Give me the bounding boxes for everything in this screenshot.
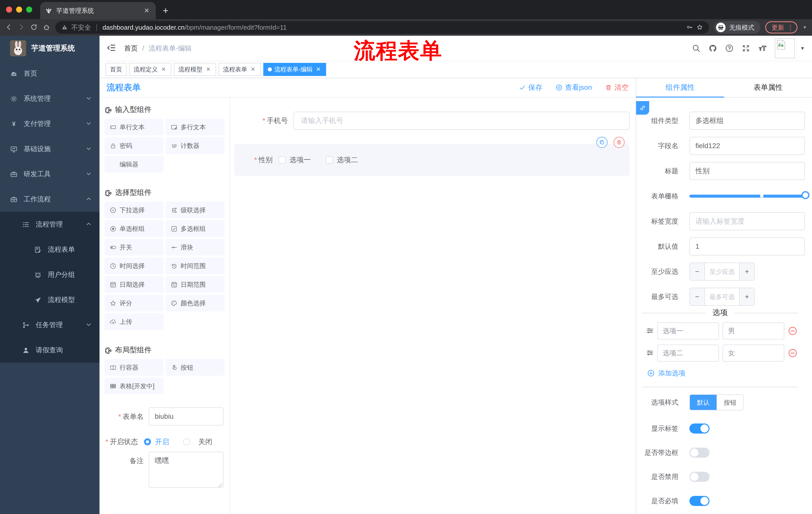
- collapse-sidebar-icon[interactable]: [107, 43, 116, 54]
- maximize-window-button[interactable]: [26, 6, 32, 12]
- help-icon[interactable]: [725, 44, 734, 53]
- back-icon[interactable]: [5, 23, 12, 31]
- close-tag-icon[interactable]: ✕: [205, 66, 211, 73]
- close-tag-icon[interactable]: ✕: [250, 66, 256, 73]
- stepper-minus-button[interactable]: −: [690, 263, 705, 280]
- gender-checkbox-option2[interactable]: 选项二: [326, 155, 358, 165]
- update-button[interactable]: 更新 ⋮: [765, 21, 798, 33]
- style-option-button[interactable]: 默认: [690, 395, 717, 410]
- component-tile[interactable]: 日期范围: [166, 276, 225, 293]
- component-tile[interactable]: 行容器: [105, 359, 164, 376]
- drag-handle-icon[interactable]: [646, 327, 654, 335]
- component-tile[interactable]: 日期选择: [105, 276, 164, 293]
- component-tile[interactable]: 单行文本: [105, 119, 164, 135]
- prop-input[interactable]: [689, 137, 805, 155]
- prop-input[interactable]: [689, 237, 805, 255]
- font-size-icon[interactable]: TT: [758, 44, 767, 53]
- toggle-switch[interactable]: [689, 448, 709, 458]
- sidebar-item[interactable]: 流程表单: [0, 237, 99, 262]
- stepper-plus-button[interactable]: +: [739, 288, 754, 305]
- close-window-button[interactable]: [6, 6, 12, 12]
- sidebar-item[interactable]: 研发工具: [0, 161, 99, 187]
- copy-component-button[interactable]: [597, 137, 608, 148]
- style-option-button[interactable]: 按钮: [717, 395, 743, 410]
- tab-form-props[interactable]: 表单属性: [724, 78, 812, 97]
- sidebar-item[interactable]: 流程模型: [0, 287, 99, 312]
- toolbar-caret-icon[interactable]: ▼: [803, 25, 807, 30]
- component-tile[interactable]: 上传: [105, 313, 164, 330]
- sidebar-item[interactable]: 首页: [0, 61, 99, 86]
- sidebar-item[interactable]: 基础设施: [0, 136, 99, 161]
- tags-view-item[interactable]: 流程定义✕: [129, 63, 171, 76]
- component-tile[interactable]: 级联选择: [166, 202, 225, 218]
- component-tile[interactable]: 单选框组: [105, 220, 164, 237]
- remove-option-icon[interactable]: [788, 348, 798, 358]
- status-on-label[interactable]: 开启: [155, 437, 169, 447]
- close-tab-icon[interactable]: ✕: [143, 7, 151, 15]
- gender-checkbox-option1[interactable]: 选项一: [279, 155, 311, 165]
- remove-option-icon[interactable]: [788, 326, 798, 336]
- github-icon[interactable]: [708, 44, 717, 53]
- sidebar-item[interactable]: ¥支付管理: [0, 111, 99, 136]
- option-value-input[interactable]: [723, 345, 784, 361]
- tags-view-item[interactable]: 流程模型✕: [174, 63, 216, 76]
- component-tile[interactable]: 滑块: [166, 239, 225, 255]
- component-tile[interactable]: 多行文本: [166, 119, 225, 135]
- sidebar-logo[interactable]: 芋道管理系统: [0, 36, 99, 61]
- browser-menu-icon[interactable]: ⋮: [787, 24, 794, 31]
- minimize-window-button[interactable]: [16, 6, 22, 12]
- stepper-minus-button[interactable]: −: [690, 288, 705, 305]
- bookmark-star-icon[interactable]: [696, 24, 703, 31]
- component-tile[interactable]: 评分: [105, 295, 164, 311]
- avatar[interactable]: [775, 38, 795, 58]
- url-text[interactable]: dashboard.yudao.iocoder.cn/bpm/manager/f…: [103, 24, 287, 31]
- fullscreen-icon[interactable]: [742, 44, 750, 53]
- tags-view-item[interactable]: 流程表单-编辑✕: [263, 63, 326, 76]
- avatar-dropdown-icon[interactable]: ▼: [800, 46, 805, 51]
- component-type-select[interactable]: 多选框组: [689, 112, 805, 130]
- security-label[interactable]: 不安全: [71, 23, 91, 32]
- option-label-input[interactable]: [657, 322, 719, 340]
- tab-component-props[interactable]: 组件属性: [636, 78, 724, 97]
- component-tile[interactable]: 按钮: [166, 359, 225, 376]
- component-tile[interactable]: 密码: [105, 137, 164, 154]
- radio-off-icon[interactable]: [183, 438, 190, 445]
- tags-view-item[interactable]: 流程表单✕: [219, 63, 261, 76]
- component-tile[interactable]: 123计数器: [166, 137, 225, 154]
- browser-tab[interactable]: 芋道管理系统 ✕: [40, 2, 156, 19]
- delete-component-button[interactable]: [613, 137, 625, 148]
- save-button[interactable]: 保存: [519, 83, 543, 92]
- toggle-switch[interactable]: [689, 472, 709, 482]
- link-icon[interactable]: [636, 101, 649, 115]
- prop-input[interactable]: [689, 212, 805, 231]
- checkbox-icon[interactable]: [326, 156, 333, 163]
- component-tile[interactable]: 颜色选择: [166, 295, 225, 311]
- selected-gender-component[interactable]: *性别 选项一 选项二: [234, 144, 630, 176]
- drag-handle-icon[interactable]: [646, 349, 654, 357]
- component-tile[interactable]: 时间范围: [166, 258, 225, 274]
- sidebar-item[interactable]: 系统管理: [0, 86, 99, 111]
- reload-icon[interactable]: [30, 23, 38, 31]
- slider-handle[interactable]: [802, 191, 810, 199]
- clear-button[interactable]: 清空: [605, 83, 629, 92]
- component-tile[interactable]: 下拉选择: [105, 202, 164, 218]
- tags-view-item[interactable]: 首页: [106, 63, 127, 76]
- remark-textarea[interactable]: [149, 452, 224, 488]
- sidebar-item[interactable]: 用户分组: [0, 262, 99, 287]
- option-value-input[interactable]: [723, 322, 784, 340]
- password-key-icon[interactable]: [686, 24, 693, 31]
- checkbox-icon[interactable]: [279, 156, 286, 163]
- component-tile[interactable]: 开关: [105, 239, 164, 255]
- view-json-button[interactable]: 查看json: [555, 83, 592, 92]
- component-tile[interactable]: 编辑器: [105, 156, 164, 172]
- component-tile[interactable]: 时间选择: [105, 258, 164, 274]
- option-label-input[interactable]: [657, 345, 719, 361]
- toggle-switch[interactable]: [689, 496, 709, 506]
- search-icon[interactable]: [692, 44, 700, 53]
- new-tab-button[interactable]: +: [163, 5, 168, 16]
- sidebar-item[interactable]: 任务管理: [0, 312, 99, 337]
- sidebar-item[interactable]: 工作流程: [0, 187, 99, 212]
- radio-on-icon[interactable]: [144, 438, 151, 445]
- component-tile[interactable]: 多选框组: [166, 220, 225, 237]
- sidebar-item[interactable]: 流程管理: [0, 212, 99, 237]
